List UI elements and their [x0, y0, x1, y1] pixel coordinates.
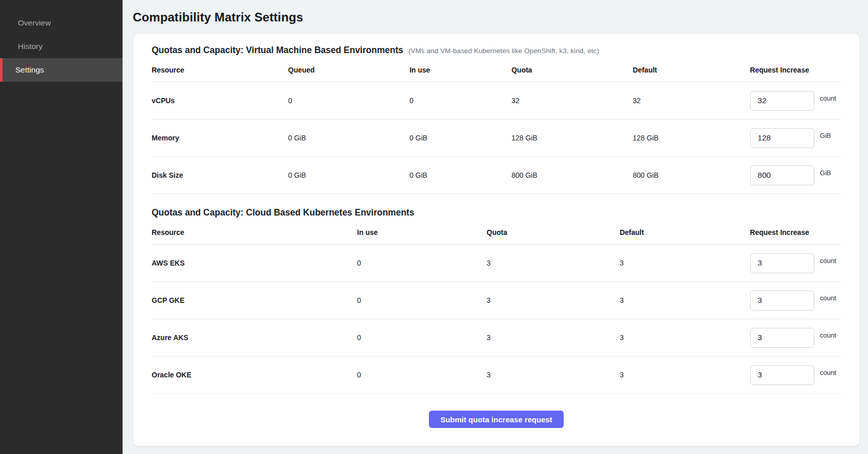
- vm-quota-table: Resource Queued In use Quota Default Req…: [152, 56, 841, 194]
- request-increase-cell: GiB: [750, 157, 841, 194]
- cloud-quota-table: Resource In use Quota Default Request In…: [152, 218, 841, 394]
- request-increase-cell: count: [750, 82, 841, 120]
- default-cell: 3: [620, 319, 750, 356]
- azure-aks-quota-input[interactable]: [750, 328, 814, 348]
- column-header-in-use: In use: [357, 218, 487, 245]
- section-heading-cloud: Quotas and Capacity: Cloud Based Kuberne…: [152, 207, 841, 218]
- in-use-cell: 0 GiB: [409, 120, 512, 157]
- queued-cell: 0: [288, 82, 409, 120]
- sidebar-item-history[interactable]: History: [0, 35, 123, 58]
- queued-cell: 0 GiB: [288, 120, 409, 157]
- column-header-resource: Resource: [152, 218, 357, 245]
- request-increase-cell: GiB: [750, 120, 841, 157]
- vcpus-quota-input[interactable]: [750, 91, 814, 111]
- in-use-cell: 0: [357, 356, 487, 394]
- queued-cell: 0 GiB: [288, 157, 409, 194]
- default-cell: 3: [620, 245, 750, 282]
- unit-label: GiB: [820, 132, 831, 139]
- request-increase-cell: count: [750, 245, 841, 282]
- resource-cell: Azure AKS: [152, 319, 357, 356]
- quotas-card: Quotas and Capacity: Virtual Machine Bas…: [133, 33, 860, 446]
- default-cell: 3: [620, 356, 750, 394]
- resource-cell: GCP GKE: [152, 282, 357, 319]
- column-header-in-use: In use: [409, 56, 512, 82]
- default-cell: 800 GiB: [633, 157, 750, 194]
- request-increase-cell: count: [750, 356, 841, 394]
- main-content: Compatibility Matrix Settings Quotas and…: [123, 0, 868, 454]
- in-use-cell: 0: [357, 245, 487, 282]
- resource-cell: Memory: [152, 120, 288, 157]
- column-header-quota: Quota: [512, 56, 633, 82]
- column-header-quota: Quota: [487, 218, 620, 245]
- table-row: vCPUs 0 0 32 32 count: [152, 82, 841, 120]
- column-header-queued: Queued: [288, 56, 409, 82]
- table-row: Disk Size 0 GiB 0 GiB 800 GiB 800 GiB Gi…: [152, 157, 841, 194]
- in-use-cell: 0: [357, 319, 487, 356]
- sidebar: Overview History Settings: [0, 0, 123, 454]
- gcp-gke-quota-input[interactable]: [750, 291, 814, 310]
- submit-quota-request-button[interactable]: Submit quota increase request: [429, 411, 563, 428]
- sidebar-item-overview[interactable]: Overview: [0, 11, 123, 35]
- column-header-request-increase: Request Increase: [750, 56, 841, 82]
- unit-label: count: [820, 94, 836, 102]
- table-row: Oracle OKE 0 3 3 count: [152, 356, 841, 394]
- column-header-default: Default: [620, 218, 750, 245]
- table-row: AWS EKS 0 3 3 count: [152, 245, 841, 282]
- resource-cell: vCPUs: [152, 82, 288, 120]
- table-row: Memory 0 GiB 0 GiB 128 GiB 128 GiB GiB: [152, 120, 841, 157]
- in-use-cell: 0: [409, 82, 512, 120]
- page-title: Compatibility Matrix Settings: [133, 10, 860, 25]
- column-header-request-increase: Request Increase: [750, 218, 841, 245]
- default-cell: 32: [633, 82, 750, 120]
- resource-cell: Disk Size: [152, 157, 288, 194]
- quota-cell: 32: [512, 82, 633, 120]
- sidebar-item-settings[interactable]: Settings: [0, 58, 123, 82]
- oracle-oke-quota-input[interactable]: [750, 365, 814, 385]
- section-title-vm: Quotas and Capacity: Virtual Machine Bas…: [152, 45, 403, 56]
- column-header-resource: Resource: [152, 56, 288, 82]
- in-use-cell: 0 GiB: [409, 157, 512, 194]
- table-row: GCP GKE 0 3 3 count: [152, 282, 841, 319]
- table-row: Azure AKS 0 3 3 count: [152, 319, 841, 356]
- unit-label: count: [820, 369, 836, 376]
- resource-cell: Oracle OKE: [152, 356, 357, 394]
- quota-cell: 3: [487, 319, 620, 356]
- unit-label: count: [820, 331, 836, 339]
- table-header-row: Resource In use Quota Default Request In…: [152, 218, 841, 245]
- request-increase-cell: count: [750, 282, 841, 319]
- unit-label: GiB: [820, 169, 831, 177]
- quota-cell: 800 GiB: [512, 157, 633, 194]
- unit-label: count: [820, 294, 836, 302]
- default-cell: 128 GiB: [633, 120, 750, 157]
- disk-quota-input[interactable]: [750, 165, 814, 185]
- resource-cell: AWS EKS: [152, 245, 357, 282]
- request-increase-cell: count: [750, 319, 841, 356]
- quota-cell: 3: [487, 245, 620, 282]
- quota-cell: 3: [487, 282, 620, 319]
- unit-label: count: [820, 257, 836, 265]
- quota-cell: 128 GiB: [512, 120, 633, 157]
- section-title-cloud: Quotas and Capacity: Cloud Based Kuberne…: [152, 207, 414, 218]
- default-cell: 3: [620, 282, 750, 319]
- table-header-row: Resource Queued In use Quota Default Req…: [152, 56, 841, 82]
- section-heading-vm: Quotas and Capacity: Virtual Machine Bas…: [152, 45, 841, 56]
- section-subtitle-vm: (VMs and VM-based Kubernetes like OpenSh…: [408, 47, 599, 55]
- memory-quota-input[interactable]: [750, 128, 814, 148]
- footer-actions: Submit quota increase request: [152, 411, 841, 428]
- quota-cell: 3: [487, 356, 620, 394]
- aws-eks-quota-input[interactable]: [750, 253, 814, 273]
- column-header-default: Default: [633, 56, 750, 82]
- in-use-cell: 0: [357, 282, 487, 319]
